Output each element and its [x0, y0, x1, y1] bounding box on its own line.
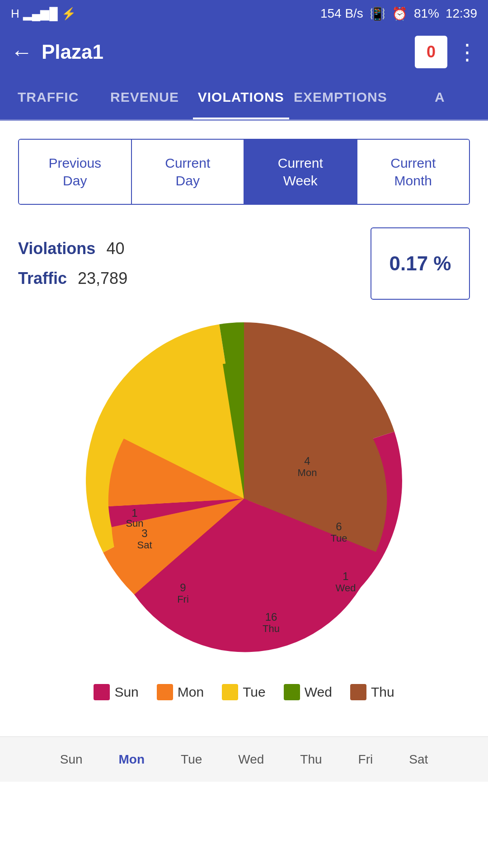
nav-fri[interactable]: Fri	[358, 752, 373, 767]
legend-thu-color	[350, 684, 366, 700]
label-sat-val: 3	[141, 527, 147, 539]
legend-sun-color	[94, 684, 110, 700]
legend-wed-label: Wed	[305, 684, 332, 700]
legend-mon-color	[157, 684, 173, 700]
period-curr-month[interactable]: CurrentMonth	[357, 140, 469, 204]
label-thu-day: Thu	[263, 623, 280, 634]
nav-sun[interactable]: Sun	[60, 752, 83, 767]
legend-tue-label: Tue	[243, 684, 266, 700]
tab-more[interactable]: A	[392, 77, 488, 119]
network-speed: 154 B/s	[320, 6, 363, 21]
time: 12:39	[446, 6, 477, 21]
legend-sun: Sun	[94, 684, 138, 700]
tab-revenue[interactable]: REVENUE	[96, 77, 192, 119]
label-tue-day: Tue	[330, 533, 347, 544]
traffic-value: 23,789	[78, 269, 127, 288]
violations-stat: Violations 40	[18, 239, 127, 258]
vibrate-icon: 📳	[370, 6, 385, 21]
legend-tue: Tue	[222, 684, 266, 700]
tab-exemptions[interactable]: EXEMPTIONS	[289, 77, 392, 119]
tab-bar: TRAFFIC REVENUE VIOLATIONS EXEMPTIONS A	[0, 77, 488, 121]
legend-thu-label: Thu	[371, 684, 394, 700]
header: ← Plaza1 0 ⋮	[0, 27, 488, 77]
main-content: PreviousDay CurrentDay CurrentWeek Curre…	[0, 121, 488, 736]
percentage-box: 0.17 %	[371, 227, 470, 300]
label-wed-val: 1	[343, 570, 348, 582]
nav-tue[interactable]: Tue	[181, 752, 202, 767]
period-selector: PreviousDay CurrentDay CurrentWeek Curre…	[18, 139, 470, 205]
page-title: Plaza1	[42, 41, 406, 63]
more-options-button[interactable]: ⋮	[456, 39, 477, 65]
signal-icon: H	[11, 7, 19, 21]
label-sun-day: Sun	[126, 518, 143, 529]
label-wed-day: Wed	[336, 582, 356, 594]
alarm-icon: ⏰	[392, 6, 408, 21]
status-left: H ▂▄▆█ ⚡	[11, 7, 76, 21]
legend-tue-color	[222, 684, 238, 700]
nav-thu[interactable]: Thu	[300, 752, 322, 767]
traffic-stat: Traffic 23,789	[18, 269, 127, 288]
period-curr-week[interactable]: CurrentWeek	[244, 140, 357, 204]
chart-with-labels: 4 Mon 6 Tue 1 Wed 16 Thu 9 Fri 3 Sat 1 S…	[86, 340, 402, 657]
label-tue-val: 6	[336, 520, 342, 533]
nav-mon[interactable]: Mon	[119, 752, 145, 767]
usb-icon: ⚡	[61, 7, 76, 21]
chart-legend: Sun Mon Tue Wed Thu	[18, 675, 470, 718]
label-fri-day: Fri	[177, 594, 189, 605]
battery-level: 81%	[414, 6, 439, 21]
legend-sun-label: Sun	[114, 684, 138, 700]
notification-badge[interactable]: 0	[415, 36, 447, 68]
legend-wed-color	[284, 684, 300, 700]
label-sat-day: Sat	[137, 539, 152, 551]
nav-wed[interactable]: Wed	[238, 752, 264, 767]
legend-wed: Wed	[284, 684, 332, 700]
bottom-nav: Sun Mon Tue Wed Thu Fri Sat	[0, 736, 488, 782]
tab-violations[interactable]: VIOLATIONS	[193, 77, 289, 119]
violations-label: Violations	[18, 239, 95, 258]
violations-value: 40	[106, 239, 124, 258]
stats-row: Violations 40 Traffic 23,789 0.17 %	[18, 227, 470, 300]
legend-mon: Mon	[157, 684, 204, 700]
signal-bars: ▂▄▆█	[23, 7, 58, 21]
label-mon: 4	[304, 455, 310, 467]
label-mon-day: Mon	[298, 467, 317, 478]
label-thu-val: 16	[265, 611, 277, 623]
legend-mon-label: Mon	[178, 684, 204, 700]
back-button[interactable]: ←	[11, 40, 33, 65]
traffic-label: Traffic	[18, 269, 67, 288]
nav-sat[interactable]: Sat	[409, 752, 428, 767]
label-sun-val: 1	[131, 507, 137, 519]
tab-traffic[interactable]: TRAFFIC	[0, 77, 96, 119]
stats-left: Violations 40 Traffic 23,789	[18, 239, 127, 288]
label-fri-val: 9	[180, 581, 186, 594]
status-bar: H ▂▄▆█ ⚡ 154 B/s 📳 ⏰ 81% 12:39	[0, 0, 488, 27]
status-right: 154 B/s 📳 ⏰ 81% 12:39	[320, 6, 477, 21]
period-curr-day[interactable]: CurrentDay	[132, 140, 245, 204]
chart-labels-overlay: 4 Mon 6 Tue 1 Wed 16 Thu 9 Fri 3 Sat 1 S…	[18, 340, 470, 657]
legend-thu: Thu	[350, 684, 394, 700]
period-prev-day[interactable]: PreviousDay	[19, 140, 132, 204]
